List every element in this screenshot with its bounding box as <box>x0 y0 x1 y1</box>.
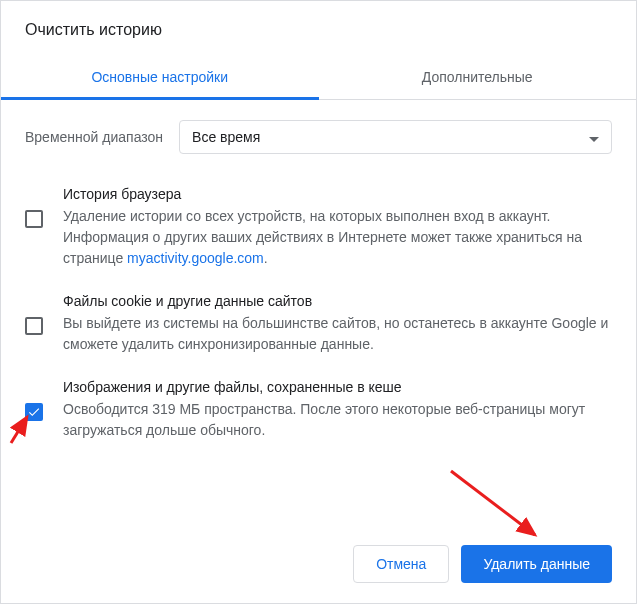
option-cache-title: Изображения и другие файлы, сохраненные … <box>63 379 612 395</box>
option-cache-content: Изображения и другие файлы, сохраненные … <box>63 379 612 441</box>
option-cookies-content: Файлы cookie и другие данные сайтов Вы в… <box>63 293 612 355</box>
clear-history-dialog: Очистить историю Основные настройки Допо… <box>0 0 637 604</box>
tab-advanced-label: Дополнительные <box>422 69 533 85</box>
options-list: История браузера Удаление истории со все… <box>1 174 636 453</box>
option-history-desc: Удаление истории со всех устройств, на к… <box>63 206 612 269</box>
checkbox-cookies[interactable] <box>25 317 43 335</box>
option-cache-desc: Освободится 319 МБ пространства. После э… <box>63 399 612 441</box>
cancel-button[interactable]: Отмена <box>353 545 449 583</box>
time-range-row: Временной диапазон Все время <box>1 100 636 174</box>
chevron-down-icon <box>589 129 599 145</box>
tab-basic-label: Основные настройки <box>91 69 228 85</box>
option-history-content: История браузера Удаление истории со все… <box>63 186 612 269</box>
dialog-title: Очистить историю <box>1 1 636 55</box>
option-cookies-title: Файлы cookie и другие данные сайтов <box>63 293 612 309</box>
myactivity-link[interactable]: myactivity.google.com <box>127 250 264 266</box>
option-cache: Изображения и другие файлы, сохраненные … <box>25 367 612 453</box>
tabs: Основные настройки Дополнительные <box>1 55 636 100</box>
option-cookies: Файлы cookie и другие данные сайтов Вы в… <box>25 281 612 367</box>
checkbox-cache[interactable] <box>25 403 43 421</box>
tab-advanced[interactable]: Дополнительные <box>319 55 637 99</box>
time-range-label: Временной диапазон <box>25 129 163 145</box>
option-history-title: История браузера <box>63 186 612 202</box>
option-history: История браузера Удаление истории со все… <box>25 174 612 281</box>
svg-line-1 <box>451 471 535 535</box>
checkbox-history[interactable] <box>25 210 43 228</box>
option-history-desc-text2: . <box>264 250 268 266</box>
dialog-actions: Отмена Удалить данные <box>353 545 612 583</box>
clear-data-button[interactable]: Удалить данные <box>461 545 612 583</box>
time-range-select[interactable]: Все время <box>179 120 612 154</box>
option-cookies-desc: Вы выйдете из системы на большинстве сай… <box>63 313 612 355</box>
time-range-value: Все время <box>192 129 260 145</box>
tab-basic[interactable]: Основные настройки <box>1 55 319 99</box>
